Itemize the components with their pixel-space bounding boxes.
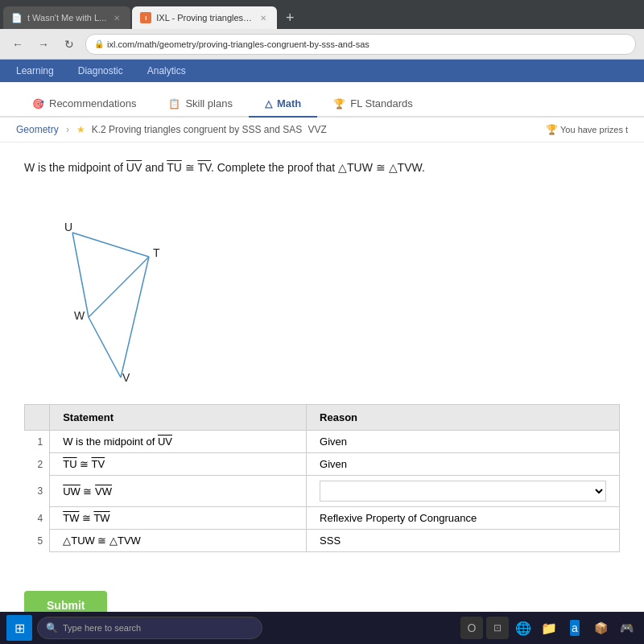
taskbar-cortana[interactable]: O bbox=[460, 617, 483, 639]
taskbar-edge[interactable]: 🌐 bbox=[512, 617, 535, 639]
nav-diagnostic[interactable]: Diagnostic bbox=[78, 65, 123, 76]
proof-table: Statement Reason 1 W is the midpoint of … bbox=[24, 404, 620, 552]
row2-reason: Given bbox=[307, 453, 620, 476]
trophy-icon: 🏆 bbox=[546, 124, 558, 135]
row1-num: 1 bbox=[25, 431, 50, 453]
breadcrumb-sep: › bbox=[66, 124, 69, 135]
row4-statement: TW ≅ TW bbox=[50, 507, 307, 530]
label-t: T bbox=[153, 246, 160, 259]
store-icon: a bbox=[570, 620, 580, 636]
ixl-tab-icon: I bbox=[140, 12, 151, 23]
game-icon: 🎮 bbox=[620, 621, 634, 634]
statement-header: Statement bbox=[50, 405, 307, 431]
tab-recommendations-label: Recommendations bbox=[49, 97, 136, 109]
taskbar-icons: O ⊡ 🌐 📁 a 📦 🎮 bbox=[460, 617, 638, 639]
row4-reason: Reflexive Property of Congruance bbox=[307, 507, 620, 530]
segment-tv: TV bbox=[197, 161, 211, 174]
search-placeholder-text: Type here to search bbox=[63, 623, 141, 633]
triangle-svg: U T W V bbox=[40, 192, 201, 386]
prizes-area: 🏆 You have prizes t bbox=[546, 124, 628, 135]
reason-header: Reason bbox=[307, 405, 620, 431]
main-content: W is the midpoint of UV and TU ≅ TV. Com… bbox=[0, 142, 644, 612]
cortana-icon: O bbox=[468, 621, 477, 634]
svg-line-1 bbox=[89, 257, 149, 317]
new-tab-button[interactable]: + bbox=[279, 6, 301, 29]
row3-seg-uw: UW bbox=[63, 485, 80, 497]
tab1-close-icon[interactable]: ✕ bbox=[111, 12, 122, 23]
row3-reason-dropdown[interactable]: Definition of Midpoint Given Reflexive P… bbox=[320, 481, 606, 502]
taskbar-folder[interactable]: 📁 bbox=[538, 617, 560, 639]
proof-row-4: 4 TW ≅ TW Reflexive Property of Congruan… bbox=[25, 507, 620, 530]
lock-icon: 🔒 bbox=[94, 39, 104, 48]
skill-plans-icon: 📋 bbox=[168, 98, 180, 109]
submit-area: Submit bbox=[24, 572, 620, 612]
prizes-text: You have prizes t bbox=[560, 125, 628, 134]
tab-math-label: Math bbox=[277, 97, 301, 109]
tab-skill-plans-label: Skill plans bbox=[185, 97, 233, 109]
start-button[interactable]: ⊞ bbox=[6, 615, 32, 641]
proof-row-5: 5 △TUW ≅ △TVW SSS bbox=[25, 530, 620, 552]
forward-button[interactable]: → bbox=[34, 35, 53, 54]
search-icon: 🔍 bbox=[46, 622, 58, 634]
tab-fl-standards-label: FL Standards bbox=[350, 97, 413, 109]
tab-fl-standards[interactable]: 🏆 FL Standards bbox=[317, 91, 429, 118]
taskbar: ⊞ 🔍 Type here to search O ⊡ 🌐 📁 a 📦 bbox=[0, 612, 644, 644]
segment-tu: TU bbox=[167, 161, 182, 174]
breadcrumb-subject[interactable]: Geometry bbox=[16, 124, 59, 135]
nav-learning[interactable]: Learning bbox=[16, 65, 54, 76]
url-text: ixl.com/math/geometry/proving-triangles-… bbox=[107, 39, 369, 49]
row2-seg-tv: TV bbox=[92, 458, 105, 470]
taskbar-task-view[interactable]: ⊡ bbox=[486, 617, 509, 639]
row4-seg-tw1: TW bbox=[63, 512, 79, 524]
browser-window: 📄 t Wasn't Me with L... ✕ I IXL - Provin… bbox=[0, 0, 644, 612]
taskbar-search-bar[interactable]: 🔍 Type here to search bbox=[37, 617, 262, 639]
problem-statement: W is the midpoint of UV and TU ≅ TV. Com… bbox=[24, 159, 620, 176]
triangle-diagram: U T W V bbox=[40, 192, 620, 388]
nav-analytics[interactable]: Analytics bbox=[147, 65, 186, 76]
proof-row-1: 1 W is the midpoint of UV Given bbox=[25, 431, 620, 453]
breadcrumb-lesson-code: VVZ bbox=[308, 124, 327, 135]
row1-statement: W is the midpoint of UV bbox=[50, 431, 307, 453]
row5-reason: SSS bbox=[307, 530, 620, 552]
tab-math[interactable]: △ Math bbox=[249, 91, 317, 118]
tab1-label: t Wasn't Me with L... bbox=[27, 13, 106, 23]
svg-line-3 bbox=[72, 233, 89, 317]
tab2-label: IXL - Proving triangles congruen bbox=[156, 13, 253, 23]
taskbar-dropbox[interactable]: 📦 bbox=[589, 617, 612, 639]
svg-line-4 bbox=[89, 317, 121, 378]
ixl-nav-bar: Learning Diagnostic Analytics bbox=[0, 60, 644, 82]
segment-uv: UV bbox=[126, 161, 142, 174]
breadcrumb: Geometry › ★ K.2 Proving triangles congr… bbox=[16, 124, 327, 135]
math-icon: △ bbox=[265, 98, 272, 109]
address-bar: ← → ↻ 🔒 ixl.com/math/geometry/proving-tr… bbox=[0, 29, 644, 60]
browser-tab-2[interactable]: I IXL - Proving triangles congruen ✕ bbox=[132, 6, 277, 29]
taskbar-store[interactable]: a bbox=[564, 617, 586, 639]
tab-recommendations[interactable]: 🎯 Recommendations bbox=[16, 91, 152, 118]
row2-num: 2 bbox=[25, 453, 50, 476]
row2-statement: TU ≅ TV bbox=[50, 453, 307, 476]
browser-tab-1[interactable]: 📄 t Wasn't Me with L... ✕ bbox=[3, 6, 130, 29]
row5-num: 5 bbox=[25, 530, 50, 552]
folder-icon: 📁 bbox=[541, 621, 557, 636]
windows-icon: ⊞ bbox=[14, 621, 25, 636]
tab1-icon: 📄 bbox=[11, 13, 23, 23]
tab-bar: 📄 t Wasn't Me with L... ✕ I IXL - Provin… bbox=[0, 0, 644, 29]
label-w: W bbox=[74, 309, 85, 322]
fl-standards-icon: 🏆 bbox=[333, 98, 345, 109]
row3-reason-cell: Definition of Midpoint Given Reflexive P… bbox=[307, 476, 620, 507]
content-tab-bar: 🎯 Recommendations 📋 Skill plans △ Math 🏆… bbox=[0, 82, 644, 118]
tab2-close-icon[interactable]: ✕ bbox=[258, 12, 269, 23]
edge-icon: 🌐 bbox=[515, 621, 531, 636]
dropbox-icon: 📦 bbox=[594, 621, 608, 634]
tab-skill-plans[interactable]: 📋 Skill plans bbox=[152, 91, 249, 118]
submit-button[interactable]: Submit bbox=[24, 591, 107, 612]
breadcrumb-bar: Geometry › ★ K.2 Proving triangles congr… bbox=[0, 118, 644, 142]
back-button[interactable]: ← bbox=[8, 35, 27, 54]
desktop: 📄 t Wasn't Me with L... ✕ I IXL - Provin… bbox=[0, 0, 644, 644]
taskbar-game[interactable]: 🎮 bbox=[615, 617, 638, 639]
svg-line-0 bbox=[72, 233, 149, 257]
breadcrumb-skill-name-text: Proving triangles congruent by SSS and S… bbox=[109, 124, 302, 135]
refresh-button[interactable]: ↻ bbox=[60, 35, 79, 54]
url-bar[interactable]: 🔒 ixl.com/math/geometry/proving-triangle… bbox=[85, 34, 636, 55]
star-icon: ★ bbox=[76, 124, 85, 135]
